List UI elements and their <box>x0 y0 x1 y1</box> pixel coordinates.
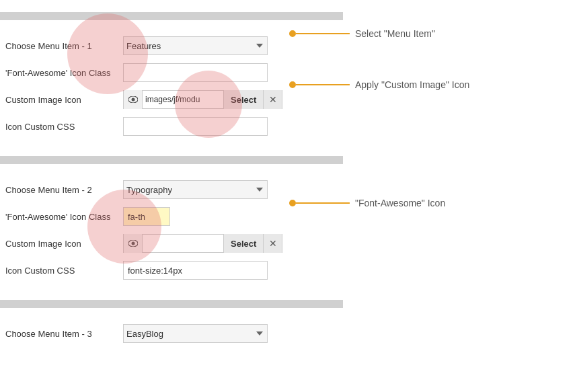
custom-image-wrapper-2: Select ✕ <box>123 234 282 253</box>
svg-point-3 <box>131 242 134 245</box>
form-row-custom-image-2: Custom Image Icon Select ✕ <box>0 234 577 253</box>
icon-css-wrapper-1 <box>123 117 268 136</box>
icon-class-input-2[interactable] <box>123 207 170 226</box>
annotation-line-2 <box>296 84 350 85</box>
label-custom-image-2: Custom Image Icon <box>5 239 123 249</box>
custom-image-wrapper-1: Select ✕ <box>123 90 282 109</box>
section-divider-3 <box>0 300 343 308</box>
menu-select-wrapper-1: Features Typography EasyBlog <box>123 36 268 55</box>
section-1: Select "Menu Item" Apply "Custom Image" … <box>0 20 577 151</box>
label-choose-menu-2: Choose Menu Item - 2 <box>5 185 123 195</box>
label-icon-class-1: 'Font-Awesome' Icon Class <box>5 68 123 78</box>
image-path-input-2[interactable] <box>143 235 223 252</box>
form-row-menu-2: Choose Menu Item - 2 Features Typography… <box>0 180 577 199</box>
menu-select-1[interactable]: Features Typography EasyBlog <box>123 36 268 55</box>
image-icon-box-2: Select ✕ <box>123 234 282 253</box>
label-choose-menu-1: Choose Menu Item - 1 <box>5 41 123 51</box>
clear-button-1[interactable]: ✕ <box>263 90 282 109</box>
menu-select-3[interactable]: Features Typography EasyBlog <box>123 324 268 343</box>
icon-class-input-wrapper-1 <box>123 63 268 82</box>
menu-select-2[interactable]: Features Typography EasyBlog <box>123 180 268 199</box>
select-button-1[interactable]: Select <box>223 90 263 109</box>
svg-point-1 <box>131 98 134 102</box>
form-row-menu-1: Choose Menu Item - 1 Features Typography… <box>0 36 577 55</box>
annotation-dot-3 <box>289 200 296 206</box>
menu-select-wrapper-2: Features Typography EasyBlog <box>123 180 268 199</box>
annotation-text-menu-item: Select "Menu Item" <box>355 28 435 39</box>
form-row-icon-class-2: 'Font-Awesome' Icon Class <box>0 207 577 226</box>
label-choose-menu-3: Choose Menu Item - 3 <box>5 329 123 339</box>
image-icon-box-1: Select ✕ <box>123 90 282 109</box>
annotation-dot-1 <box>289 30 296 37</box>
clear-button-2[interactable]: ✕ <box>263 234 282 253</box>
eye-icon-2[interactable] <box>124 234 143 253</box>
icon-css-input-1[interactable] <box>123 117 268 136</box>
label-icon-css-2: Icon Custom CSS <box>5 266 123 276</box>
annotation-dot-2 <box>289 81 296 88</box>
icon-class-input-1[interactable] <box>123 63 268 82</box>
label-icon-class-2: 'Font-Awesome' Icon Class <box>5 212 123 222</box>
annotation-line-3 <box>296 202 350 204</box>
form-row-menu-3: Choose Menu Item - 3 Features Typography… <box>0 324 577 343</box>
form-row-icon-css-2: Icon Custom CSS <box>0 261 577 280</box>
eye-icon-1[interactable] <box>124 90 143 109</box>
form-row-icon-class-1: 'Font-Awesome' Icon Class <box>0 63 577 82</box>
select-button-2[interactable]: Select <box>223 234 263 253</box>
section-divider-1 <box>0 12 343 20</box>
section-2: "Font-Awesome" Icon Choose Menu Item - 2… <box>0 164 577 295</box>
section-divider-2 <box>0 156 343 164</box>
icon-class-input-wrapper-2 <box>123 207 170 226</box>
annotation-line-1 <box>296 33 350 34</box>
image-path-input-1[interactable] <box>143 91 223 108</box>
menu-select-wrapper-3: Features Typography EasyBlog <box>123 324 268 343</box>
icon-css-input-2[interactable] <box>123 261 268 280</box>
form-row-custom-image-1: Custom Image Icon Select ✕ <box>0 90 577 109</box>
icon-css-wrapper-2 <box>123 261 268 280</box>
annotation-text-font-awesome: "Font-Awesome" Icon <box>355 198 445 208</box>
section-3: Choose Menu Item - 3 Features Typography… <box>0 308 577 358</box>
form-row-icon-css-1: Icon Custom CSS <box>0 117 577 136</box>
label-custom-image-1: Custom Image Icon <box>5 95 123 105</box>
label-icon-css-1: Icon Custom CSS <box>5 122 123 132</box>
annotation-text-custom-image: Apply "Custom Image" Icon <box>355 79 469 90</box>
